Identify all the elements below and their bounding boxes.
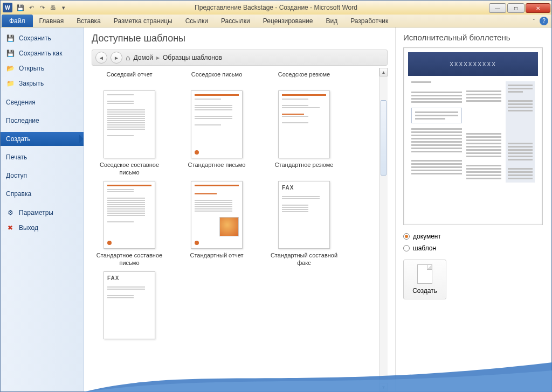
sidebar-help-label: Справка [6,190,31,198]
folder-icon: 📁 [6,79,15,88]
qat-dropdown-icon[interactable]: ▾ [59,3,68,12]
template-thumbnail[interactable]: FAX [104,271,155,339]
sidebar-info[interactable]: Сведения [1,95,84,109]
sidebar-print-label: Печать [6,153,27,161]
sidebar-open-label: Открыть [19,65,44,72]
template-item[interactable]: Соседское составное письмо [92,90,167,177]
template-thumbnail[interactable]: FAX [278,181,330,249]
app-window: W 💾 ↶ ↷ 🖶 ▾ Представление Backstage - Со… [0,0,552,392]
template-thumbnail[interactable] [191,90,243,158]
chevron-right-icon: ▸ [156,54,160,61]
templates-grid: Соседский отчетСоседское письмоСоседское… [92,68,382,358]
preview-banner: XXXXXXXXXX [408,52,538,76]
sidebar-save-label: Сохранить [19,34,51,42]
radio-template[interactable]: шаблон [403,244,543,252]
word-app-icon[interactable]: W [3,3,12,12]
template-item[interactable]: Стандартное составное письмо [92,181,167,267]
templates-scroll[interactable]: Соседский отчетСоседское письмоСоседское… [92,68,388,391]
undo-icon[interactable]: ↶ [26,3,36,12]
tab-layout[interactable]: Разметка страницы [107,15,179,27]
tab-review[interactable]: Рецензирование [257,15,320,27]
help-icon[interactable]: ? [540,17,548,25]
minimize-button[interactable]: — [489,3,506,13]
nav-forward-button[interactable]: ► [111,52,122,64]
sidebar-close[interactable]: 📁Закрыть [1,76,84,91]
print-icon[interactable]: 🖶 [48,3,58,12]
template-item[interactable]: Соседский отчет [92,68,167,86]
backstage-body: 💾Сохранить 💾Сохранить как 📂Открыть 📁Закр… [1,27,551,391]
preview-panel: Исполнительный бюллетень XXXXXXXXXX [395,27,551,391]
template-thumbnail[interactable] [104,181,155,249]
sidebar-share[interactable]: Доступ [1,169,84,183]
sidebar-info-label: Сведения [6,99,36,106]
redo-icon[interactable]: ↷ [37,3,47,12]
template-thumbnail[interactable] [278,90,330,158]
backstage-sidebar: 💾Сохранить 💾Сохранить как 📂Открыть 📁Закр… [1,27,84,391]
save-icon[interactable]: 💾 [16,3,25,12]
tab-developer[interactable]: Разработчик [344,15,395,27]
tab-view[interactable]: Вид [319,15,344,27]
template-item[interactable]: FAXСтандартный составной факс [266,181,342,267]
ribbon-tabs: Файл Главная Вставка Разметка страницы С… [1,15,551,27]
template-preview: XXXXXXXXXX [403,47,543,225]
maximize-button[interactable]: □ [507,3,525,13]
template-label: Стандартный отчет [190,252,243,267]
scrollbar[interactable]: ▲ ▼ [379,68,388,391]
titlebar: W 💾 ↶ ↷ 🖶 ▾ Представление Backstage - Со… [1,1,551,15]
center-panel: Доступные шаблоны ◄ ► ⌂ Домой ▸ Образцы … [84,27,395,391]
breadcrumb-current[interactable]: Образцы шаблонов [163,54,222,61]
breadcrumb-home[interactable]: Домой [133,54,153,61]
new-page-icon [417,264,432,284]
radio-document-label: документ [413,233,441,240]
create-button[interactable]: Создать [403,260,446,299]
home-icon[interactable]: ⌂ [126,53,130,62]
template-item[interactable]: Стандартный отчет [179,181,254,267]
sidebar-new[interactable]: Создать [1,132,84,146]
template-item[interactable]: Соседское письмо [179,68,254,86]
template-item[interactable]: FAX [92,271,167,358]
exit-icon: ✖ [6,223,15,232]
template-label: Соседское резюме [278,71,330,86]
window-title: Представление Backstage - Создание - Mic… [195,4,357,11]
nav-back-button[interactable]: ◄ [95,52,107,64]
create-as-radios: документ шаблон [403,233,543,252]
sidebar-recent[interactable]: Последние [1,114,84,128]
tab-mailings[interactable]: Рассылки [215,15,257,27]
sidebar-exit[interactable]: ✖Выход [1,220,84,235]
sidebar-share-label: Доступ [6,172,27,179]
tab-file[interactable]: Файл [2,15,33,27]
save-icon: 💾 [6,34,15,43]
close-button[interactable]: ✕ [526,3,550,13]
template-item[interactable]: Стандартное резюме [266,90,342,177]
sidebar-save[interactable]: 💾Сохранить [1,31,84,46]
template-label: Стандартный составной факс [266,252,342,267]
saveas-icon: 💾 [6,49,15,58]
sidebar-saveas[interactable]: 💾Сохранить как [1,46,84,61]
template-item[interactable]: Соседское резюме [266,68,342,86]
options-icon: ⚙ [6,208,15,217]
sidebar-options-label: Параметры [19,209,53,216]
sidebar-saveas-label: Сохранить как [19,50,62,57]
sidebar-help[interactable]: Справка [1,187,84,201]
tab-home[interactable]: Главная [33,15,71,27]
sidebar-exit-label: Выход [19,224,38,232]
scroll-thumb[interactable] [381,100,387,176]
available-templates-heading: Доступные шаблоны [92,33,388,44]
template-thumbnail[interactable] [191,181,243,249]
template-item[interactable]: Стандартное письмо [179,90,254,177]
template-label: Стандартное резюме [275,162,334,177]
preview-title: Исполнительный бюллетень [403,33,543,42]
scroll-up-icon[interactable]: ▲ [380,68,388,76]
folder-open-icon: 📂 [6,64,15,73]
tab-references[interactable]: Ссылки [179,15,215,27]
radio-document[interactable]: документ [403,233,543,240]
sidebar-options[interactable]: ⚙Параметры [1,205,84,220]
ribbon-minimize-icon[interactable]: ˄ [530,17,537,25]
template-thumbnail[interactable] [104,90,155,158]
sidebar-open[interactable]: 📂Открыть [1,61,84,76]
create-button-label: Создать [412,287,437,295]
tab-insert[interactable]: Вставка [70,15,107,27]
sidebar-print[interactable]: Печать [1,150,84,164]
template-label: Соседское письмо [191,71,243,86]
scroll-down-icon[interactable]: ▼ [380,383,388,391]
